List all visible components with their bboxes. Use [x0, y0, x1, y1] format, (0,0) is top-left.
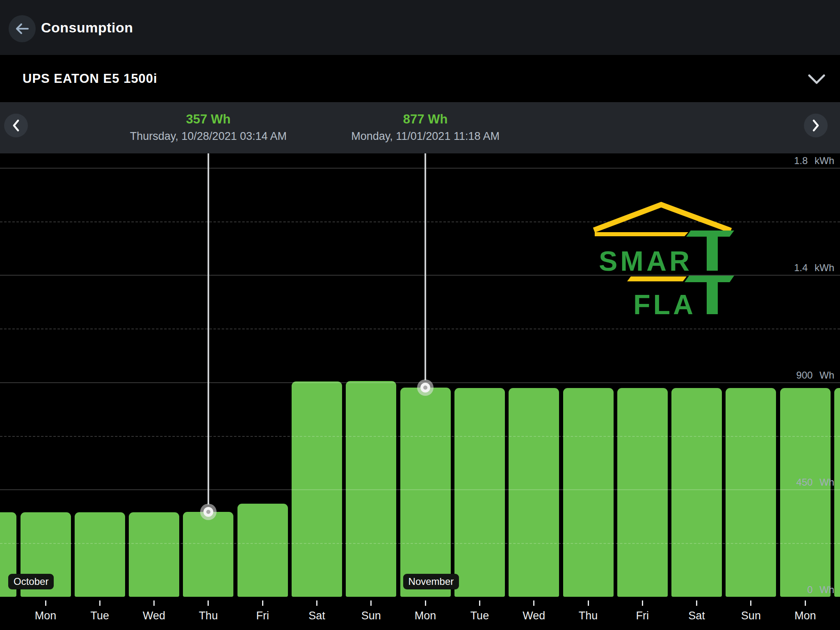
x-axis-tick	[153, 600, 155, 606]
consumption-bar[interactable]	[726, 388, 776, 597]
x-axis-tick	[533, 600, 534, 606]
consumption-bar[interactable]	[671, 388, 722, 597]
gridline-dashed	[0, 543, 840, 544]
selection-marker-line	[425, 153, 426, 380]
x-axis-tick	[45, 600, 46, 606]
x-axis-day-label: Fri	[620, 609, 665, 622]
month-badge: October	[8, 574, 54, 589]
x-axis-tick	[99, 600, 100, 606]
x-axis-day-label: Sun	[349, 609, 394, 622]
consumption-bar[interactable]	[834, 388, 840, 597]
smartflat-logo: SMAR FLA	[591, 200, 738, 320]
logo-smar-text: SMAR	[599, 245, 692, 276]
consumption-screen: 1.8 kWh1.4 kWh900 Wh450 Wh0 WhOctoberNov…	[0, 0, 840, 630]
gridline-solid	[0, 489, 840, 490]
logo-t2-stem	[707, 281, 718, 314]
consumption-bar[interactable]	[237, 504, 288, 597]
x-axis-day-label: Mon	[783, 609, 828, 622]
gridline-dashed	[0, 436, 840, 437]
chevron-down-icon[interactable]	[808, 74, 825, 84]
consumption-bar[interactable]	[75, 512, 125, 597]
x-axis-day-label: Sun	[728, 609, 774, 622]
x-axis-day-label: Mon	[23, 609, 68, 622]
device-name: UPS EATON E5 1500i	[23, 55, 158, 102]
marker-dot	[206, 510, 210, 514]
y-axis-label: 900 Wh	[728, 370, 834, 381]
x-axis-tick	[425, 600, 426, 606]
x-axis-tick	[316, 600, 317, 606]
x-axis-tick	[208, 600, 209, 606]
chevron-left-icon	[12, 119, 20, 132]
x-axis-day-label: Tue	[457, 609, 502, 622]
selection-readout-1: 357 Wh Thursday, 10/28/2021 03:14 AM	[130, 111, 287, 145]
x-axis-tick	[479, 600, 480, 606]
x-axis-day-label: Sat	[674, 609, 719, 622]
consumption-bar[interactable]	[400, 388, 451, 597]
consumption-bar[interactable]	[454, 388, 505, 597]
back-button[interactable]	[9, 15, 36, 42]
selection-value: 357 Wh	[130, 111, 287, 128]
logo-fla-text: FLA	[633, 289, 696, 320]
selection-value: 877 Wh	[351, 111, 500, 128]
selection-marker[interactable]	[200, 504, 217, 520]
x-axis-day-label: Fri	[240, 609, 285, 622]
selection-datetime: Thursday, 10/28/2021 03:14 AM	[130, 128, 287, 145]
logo-t1-stem	[707, 235, 718, 271]
x-axis-day-label: Wed	[511, 609, 557, 622]
consumption-bar[interactable]	[563, 388, 614, 597]
consumption-bar[interactable]	[780, 388, 831, 597]
x-axis-day-label: Mon	[403, 609, 448, 622]
gridline-dashed	[0, 329, 840, 329]
app-bar: Consumption	[0, 0, 840, 55]
x-axis-tick	[262, 600, 263, 606]
device-selector-row[interactable]: UPS EATON E5 1500i	[0, 55, 840, 102]
logo-underline-1	[595, 232, 688, 236]
x-axis-tick	[588, 600, 589, 606]
arrow-left-icon	[14, 22, 30, 36]
next-period-button[interactable]	[804, 114, 828, 137]
selection-readout-2: 877 Wh Monday, 11/01/2021 11:18 AM	[351, 111, 500, 145]
logo-underline-2	[627, 276, 687, 281]
x-axis-day-label: Thu	[566, 609, 611, 622]
page-title: Consumption	[41, 0, 133, 55]
y-axis-label: 1.4 kWh	[728, 262, 834, 274]
x-axis-day-label: Thu	[186, 609, 231, 622]
consumption-bar[interactable]	[129, 512, 179, 597]
x-axis-day-label: Wed	[132, 609, 177, 622]
y-axis-label: 0 Wh	[728, 584, 834, 596]
selection-strip: 357 Wh Thursday, 10/28/2021 03:14 AM 877…	[0, 102, 840, 153]
x-axis-tick	[642, 600, 643, 606]
logo-roof	[594, 205, 731, 231]
chevron-right-icon	[812, 119, 819, 132]
selection-marker-line	[208, 153, 209, 504]
x-axis-tick	[696, 600, 697, 606]
consumption-bar[interactable]	[346, 381, 396, 597]
prev-period-button[interactable]	[4, 114, 28, 137]
x-axis-day-label: Sat	[294, 609, 340, 622]
y-axis-label: 1.8 kWh	[728, 155, 834, 167]
consumption-bar[interactable]	[509, 388, 559, 597]
x-axis-tick	[370, 600, 372, 606]
selection-datetime: Monday, 11/01/2021 11:18 AM	[351, 128, 500, 145]
consumption-bar[interactable]	[183, 512, 233, 597]
x-axis-tick	[750, 600, 751, 606]
y-axis-label: 450 Wh	[728, 477, 834, 488]
consumption-bar[interactable]	[617, 388, 668, 597]
x-axis-tick	[805, 600, 806, 606]
month-badge: November	[403, 574, 459, 589]
gridline-solid	[0, 168, 840, 169]
x-axis-day-label: Tue	[77, 609, 122, 622]
